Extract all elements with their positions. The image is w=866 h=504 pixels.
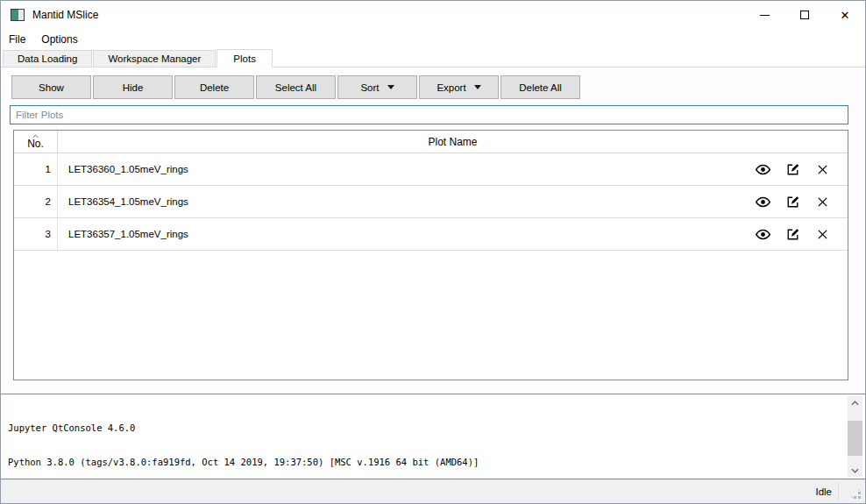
app-icon bbox=[11, 9, 25, 21]
console-line: Python 3.8.0 (tags/v3.8.0:fa919fd, Oct 1… bbox=[8, 457, 844, 468]
menu-options[interactable]: Options bbox=[33, 31, 85, 48]
plots-tab-panel: Show Hide Delete Select All Sort Export … bbox=[1, 67, 865, 394]
filter-plots-input[interactable] bbox=[10, 105, 848, 124]
resize-grip-icon[interactable] bbox=[850, 488, 862, 500]
close-button[interactable]: ✕ bbox=[825, 1, 865, 29]
eye-icon bbox=[756, 164, 770, 175]
scrollbar-thumb[interactable] bbox=[848, 421, 862, 456]
maximize-icon bbox=[800, 11, 809, 19]
scroll-down-button[interactable] bbox=[848, 464, 862, 477]
statusbar-divider bbox=[838, 483, 839, 500]
tab-bar: Data Loading Workspace Manager Plots bbox=[1, 49, 865, 67]
chevron-down-icon bbox=[851, 468, 859, 473]
ipython-console[interactable]: Jupyter QtConsole 4.6.0 Python 3.8.0 (ta… bbox=[1, 394, 865, 479]
tab-plots[interactable]: Plots bbox=[216, 49, 273, 67]
eye-icon bbox=[756, 196, 770, 208]
show-plot-button[interactable] bbox=[756, 162, 770, 177]
chevron-down-icon bbox=[387, 85, 394, 89]
window-title: Mantid MSlice bbox=[32, 9, 98, 21]
show-button[interactable]: Show bbox=[11, 75, 91, 99]
table-row[interactable]: 2 LET36354_1.05meV_rings bbox=[14, 186, 848, 218]
show-plot-button[interactable] bbox=[756, 227, 770, 242]
scroll-up-button[interactable] bbox=[848, 396, 862, 409]
close-icon bbox=[817, 229, 828, 240]
table-row[interactable]: 1 LET36360_1.05meV_rings bbox=[14, 153, 848, 186]
column-header-no[interactable]: No. bbox=[14, 131, 58, 153]
edit-icon bbox=[786, 163, 799, 176]
select-all-button[interactable]: Select All bbox=[256, 75, 336, 99]
plot-name: LET36354_1.05meV_rings bbox=[58, 196, 756, 207]
delete-all-button[interactable]: Delete All bbox=[500, 75, 580, 99]
minimize-button[interactable] bbox=[744, 1, 784, 29]
close-icon: ✕ bbox=[841, 10, 850, 21]
close-icon bbox=[817, 196, 828, 208]
app-window: Mantid MSlice ✕ File Options Data Loadin… bbox=[0, 0, 866, 504]
show-plot-button[interactable] bbox=[756, 195, 770, 209]
eye-icon bbox=[756, 229, 770, 240]
delete-button[interactable]: Delete bbox=[174, 75, 254, 99]
plot-name: LET36357_1.05meV_rings bbox=[58, 229, 756, 239]
rename-plot-button[interactable] bbox=[785, 227, 800, 242]
console-scrollbar[interactable] bbox=[848, 396, 862, 477]
close-plot-button[interactable] bbox=[815, 162, 830, 177]
hide-button[interactable]: Hide bbox=[93, 75, 173, 99]
row-number: 2 bbox=[14, 186, 58, 217]
sort-dropdown-button[interactable]: Sort bbox=[337, 75, 417, 99]
console-line: Jupyter QtConsole 4.6.0 bbox=[8, 422, 844, 434]
close-icon bbox=[817, 164, 828, 175]
chevron-down-icon bbox=[474, 85, 481, 89]
tab-workspace-manager[interactable]: Workspace Manager bbox=[93, 50, 216, 67]
plot-name: LET36360_1.05meV_rings bbox=[58, 164, 756, 174]
row-number: 3 bbox=[14, 218, 58, 250]
title-bar: Mantid MSlice ✕ bbox=[1, 1, 865, 29]
edit-icon bbox=[786, 195, 799, 209]
close-plot-button[interactable] bbox=[815, 195, 830, 209]
status-bar: Idle bbox=[1, 479, 865, 503]
status-label: Idle bbox=[815, 486, 832, 497]
export-dropdown-button[interactable]: Export bbox=[419, 75, 499, 99]
menu-bar: File Options bbox=[1, 29, 865, 49]
menu-file[interactable]: File bbox=[1, 31, 33, 48]
tab-data-loading[interactable]: Data Loading bbox=[3, 50, 92, 67]
plots-toolbar: Show Hide Delete Select All Sort Export … bbox=[11, 75, 580, 99]
table-header: No. Plot Name bbox=[14, 131, 848, 153]
maximize-button[interactable] bbox=[784, 1, 825, 29]
chevron-up-icon bbox=[851, 401, 859, 406]
edit-icon bbox=[786, 228, 799, 241]
table-row[interactable]: 3 LET36357_1.05meV_rings bbox=[14, 218, 848, 251]
rename-plot-button[interactable] bbox=[785, 195, 800, 209]
close-plot-button[interactable] bbox=[815, 227, 830, 242]
minimize-icon bbox=[760, 15, 770, 16]
row-number: 1 bbox=[14, 153, 58, 185]
rename-plot-button[interactable] bbox=[785, 162, 800, 177]
column-header-plot-name[interactable]: Plot Name bbox=[58, 136, 848, 148]
plots-table: No. Plot Name 1 LET36360_1.05meV_rings 2… bbox=[13, 130, 848, 380]
